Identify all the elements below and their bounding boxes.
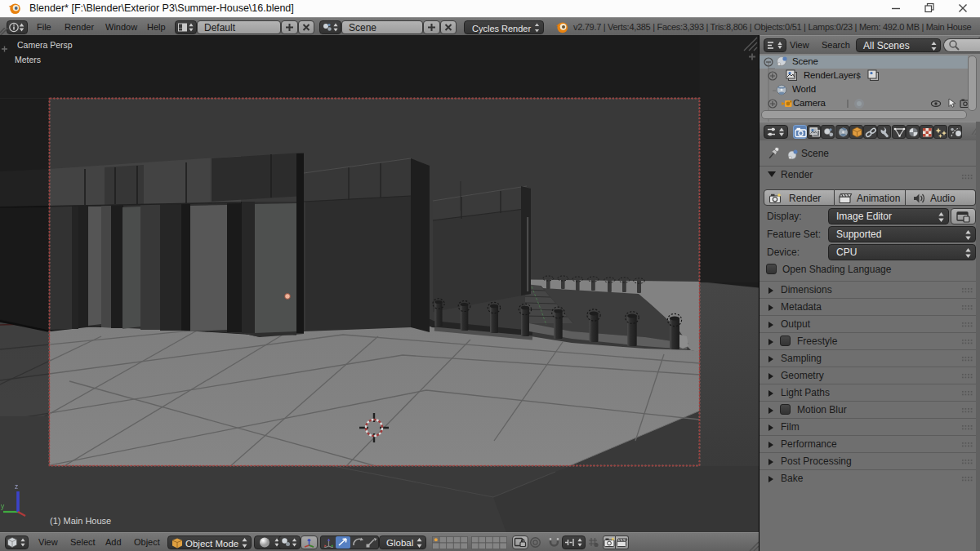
svg-text:z: z [15,482,18,491]
